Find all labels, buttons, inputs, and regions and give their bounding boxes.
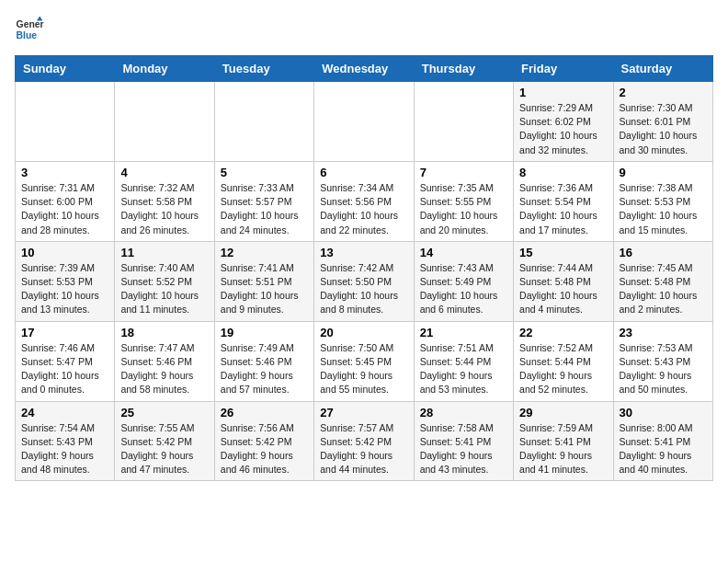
col-header-saturday: Saturday — [613, 56, 712, 82]
day-number: 5 — [221, 166, 308, 179]
day-cell: 9Sunrise: 7:38 AM Sunset: 5:53 PM Daylig… — [613, 161, 712, 241]
day-info: Sunrise: 7:49 AM Sunset: 5:46 PM Dayligh… — [221, 341, 308, 397]
week-row-2: 3Sunrise: 7:31 AM Sunset: 6:00 PM Daylig… — [16, 161, 713, 241]
logo: General Blue — [15, 15, 48, 44]
col-header-monday: Monday — [115, 56, 214, 82]
calendar-body: 1Sunrise: 7:29 AM Sunset: 6:02 PM Daylig… — [16, 82, 713, 481]
day-number: 18 — [120, 326, 208, 339]
day-number: 13 — [320, 246, 407, 259]
day-info: Sunrise: 7:53 AM Sunset: 5:43 PM Dayligh… — [620, 341, 707, 397]
day-cell: 21Sunrise: 7:51 AM Sunset: 5:44 PM Dayli… — [414, 321, 513, 401]
page-header: General Blue — [15, 15, 713, 44]
day-number: 16 — [620, 246, 707, 259]
day-cell: 29Sunrise: 7:59 AM Sunset: 5:41 PM Dayli… — [514, 401, 613, 481]
day-info: Sunrise: 7:45 AM Sunset: 5:48 PM Dayligh… — [620, 261, 707, 317]
day-number: 12 — [221, 246, 308, 259]
day-number: 20 — [320, 326, 407, 339]
day-number: 14 — [420, 246, 507, 259]
day-info: Sunrise: 7:29 AM Sunset: 6:02 PM Dayligh… — [519, 101, 607, 157]
day-cell: 15Sunrise: 7:44 AM Sunset: 5:48 PM Dayli… — [514, 241, 613, 321]
day-number: 24 — [21, 406, 108, 419]
day-cell: 20Sunrise: 7:50 AM Sunset: 5:45 PM Dayli… — [314, 321, 414, 401]
calendar-table: SundayMondayTuesdayWednesdayThursdayFrid… — [15, 55, 713, 481]
day-info: Sunrise: 7:34 AM Sunset: 5:56 PM Dayligh… — [320, 181, 407, 237]
day-info: Sunrise: 7:35 AM Sunset: 5:55 PM Dayligh… — [420, 181, 507, 237]
day-info: Sunrise: 7:59 AM Sunset: 5:41 PM Dayligh… — [519, 421, 607, 477]
day-cell: 6Sunrise: 7:34 AM Sunset: 5:56 PM Daylig… — [314, 161, 414, 241]
day-number: 28 — [420, 406, 507, 419]
col-header-tuesday: Tuesday — [214, 56, 313, 82]
day-info: Sunrise: 7:40 AM Sunset: 5:52 PM Dayligh… — [120, 261, 208, 317]
day-info: Sunrise: 7:38 AM Sunset: 5:53 PM Dayligh… — [620, 181, 707, 237]
day-cell: 17Sunrise: 7:46 AM Sunset: 5:47 PM Dayli… — [16, 321, 115, 401]
day-cell: 2Sunrise: 7:30 AM Sunset: 6:01 PM Daylig… — [613, 82, 712, 162]
day-info: Sunrise: 7:43 AM Sunset: 5:49 PM Dayligh… — [420, 261, 507, 317]
day-number: 23 — [620, 326, 707, 339]
week-row-5: 24Sunrise: 7:54 AM Sunset: 5:43 PM Dayli… — [16, 401, 713, 481]
col-header-sunday: Sunday — [16, 56, 115, 82]
day-number: 7 — [420, 166, 507, 179]
day-info: Sunrise: 7:33 AM Sunset: 5:57 PM Dayligh… — [221, 181, 308, 237]
day-cell: 13Sunrise: 7:42 AM Sunset: 5:50 PM Dayli… — [314, 241, 414, 321]
day-cell: 19Sunrise: 7:49 AM Sunset: 5:46 PM Dayli… — [214, 321, 313, 401]
col-header-thursday: Thursday — [414, 56, 513, 82]
col-header-friday: Friday — [514, 56, 613, 82]
day-cell: 25Sunrise: 7:55 AM Sunset: 5:42 PM Dayli… — [115, 401, 214, 481]
day-info: Sunrise: 7:54 AM Sunset: 5:43 PM Dayligh… — [21, 421, 108, 477]
svg-marker-2 — [37, 17, 42, 21]
day-number: 17 — [21, 326, 108, 339]
day-info: Sunrise: 7:36 AM Sunset: 5:54 PM Dayligh… — [519, 181, 607, 237]
day-cell: 24Sunrise: 7:54 AM Sunset: 5:43 PM Dayli… — [16, 401, 115, 481]
day-cell: 1Sunrise: 7:29 AM Sunset: 6:02 PM Daylig… — [514, 82, 613, 162]
day-cell: 28Sunrise: 7:58 AM Sunset: 5:41 PM Dayli… — [414, 401, 513, 481]
day-cell: 3Sunrise: 7:31 AM Sunset: 6:00 PM Daylig… — [16, 161, 115, 241]
day-cell — [414, 82, 513, 162]
day-number: 30 — [620, 406, 707, 419]
day-cell: 5Sunrise: 7:33 AM Sunset: 5:57 PM Daylig… — [214, 161, 313, 241]
day-cell: 30Sunrise: 8:00 AM Sunset: 5:41 PM Dayli… — [613, 401, 712, 481]
day-number: 11 — [120, 246, 208, 259]
week-row-4: 17Sunrise: 7:46 AM Sunset: 5:47 PM Dayli… — [16, 321, 713, 401]
day-info: Sunrise: 7:55 AM Sunset: 5:42 PM Dayligh… — [120, 421, 208, 477]
day-number: 27 — [320, 406, 407, 419]
day-number: 6 — [320, 166, 407, 179]
day-cell: 4Sunrise: 7:32 AM Sunset: 5:58 PM Daylig… — [115, 161, 214, 241]
day-number: 29 — [519, 406, 607, 419]
day-info: Sunrise: 7:44 AM Sunset: 5:48 PM Dayligh… — [519, 261, 607, 317]
day-number: 4 — [120, 166, 208, 179]
day-number: 15 — [519, 246, 607, 259]
day-cell: 16Sunrise: 7:45 AM Sunset: 5:48 PM Dayli… — [613, 241, 712, 321]
day-info: Sunrise: 7:42 AM Sunset: 5:50 PM Dayligh… — [320, 261, 407, 317]
day-info: Sunrise: 7:46 AM Sunset: 5:47 PM Dayligh… — [21, 341, 108, 397]
day-info: Sunrise: 7:50 AM Sunset: 5:45 PM Dayligh… — [320, 341, 407, 397]
day-info: Sunrise: 7:30 AM Sunset: 6:01 PM Dayligh… — [620, 101, 707, 157]
day-info: Sunrise: 7:32 AM Sunset: 5:58 PM Dayligh… — [120, 181, 208, 237]
day-info: Sunrise: 7:57 AM Sunset: 5:42 PM Dayligh… — [320, 421, 407, 477]
day-cell: 23Sunrise: 7:53 AM Sunset: 5:43 PM Dayli… — [613, 321, 712, 401]
day-number: 26 — [221, 406, 308, 419]
day-number: 22 — [519, 326, 607, 339]
day-cell: 10Sunrise: 7:39 AM Sunset: 5:53 PM Dayli… — [16, 241, 115, 321]
column-header-row: SundayMondayTuesdayWednesdayThursdayFrid… — [16, 56, 713, 82]
week-row-3: 10Sunrise: 7:39 AM Sunset: 5:53 PM Dayli… — [16, 241, 713, 321]
day-number: 9 — [620, 166, 707, 179]
day-number: 3 — [21, 166, 108, 179]
day-number: 21 — [420, 326, 507, 339]
day-info: Sunrise: 7:41 AM Sunset: 5:51 PM Dayligh… — [221, 261, 308, 317]
svg-text:Blue: Blue — [17, 30, 38, 40]
day-cell: 26Sunrise: 7:56 AM Sunset: 5:42 PM Dayli… — [214, 401, 313, 481]
col-header-wednesday: Wednesday — [314, 56, 414, 82]
day-info: Sunrise: 7:47 AM Sunset: 5:46 PM Dayligh… — [120, 341, 208, 397]
svg-text:General: General — [17, 19, 44, 29]
day-number: 1 — [519, 86, 607, 99]
day-info: Sunrise: 7:58 AM Sunset: 5:41 PM Dayligh… — [420, 421, 507, 477]
week-row-1: 1Sunrise: 7:29 AM Sunset: 6:02 PM Daylig… — [16, 82, 713, 162]
day-info: Sunrise: 7:51 AM Sunset: 5:44 PM Dayligh… — [420, 341, 507, 397]
day-number: 2 — [620, 86, 707, 99]
day-cell: 7Sunrise: 7:35 AM Sunset: 5:55 PM Daylig… — [414, 161, 513, 241]
day-info: Sunrise: 7:52 AM Sunset: 5:44 PM Dayligh… — [519, 341, 607, 397]
day-cell — [16, 82, 115, 162]
day-cell: 27Sunrise: 7:57 AM Sunset: 5:42 PM Dayli… — [314, 401, 414, 481]
day-info: Sunrise: 7:56 AM Sunset: 5:42 PM Dayligh… — [221, 421, 308, 477]
day-cell — [214, 82, 313, 162]
